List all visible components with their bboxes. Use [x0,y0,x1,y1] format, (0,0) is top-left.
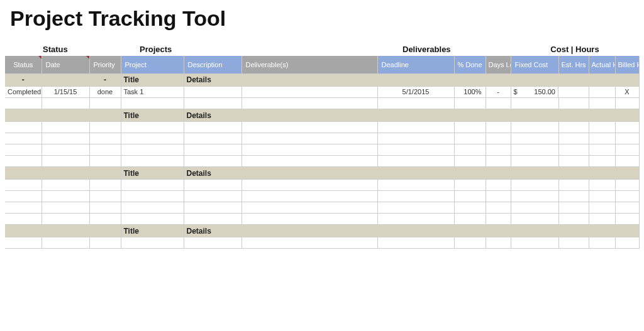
col-priority[interactable]: Priority [89,56,121,73]
section-date-blank[interactable] [42,73,89,86]
cell-empty[interactable] [5,122,42,133]
col-daysleft[interactable]: Days Left [486,56,511,73]
cell-empty[interactable] [377,156,454,167]
col-esthrs[interactable]: Est. Hrs [558,56,589,73]
cell-billedhrs[interactable]: X [615,86,639,98]
cell-empty[interactable] [454,122,486,133]
cell-empty[interactable] [558,202,589,214]
col-deadline[interactable]: Deadline [377,56,454,73]
cell-empty[interactable] [5,214,42,225]
cell-empty[interactable] [589,133,615,144]
cell-esthrs[interactable] [558,86,589,98]
cell-project[interactable]: Task 1 [121,86,184,98]
section-status-dash[interactable] [5,167,42,180]
cell-empty[interactable] [589,202,615,214]
section-details[interactable]: Details [184,73,242,86]
section-priority-dash[interactable] [89,167,121,180]
cell-status[interactable]: Completed [5,86,42,98]
cell-empty[interactable] [589,98,615,109]
cell-empty[interactable] [615,98,639,109]
cell-empty[interactable] [511,122,558,133]
col-pctdone[interactable]: % Done [454,56,486,73]
cell-empty[interactable] [486,133,511,144]
section-status-dash[interactable] [5,109,42,122]
cell-actualhrs[interactable] [589,86,615,98]
cell-empty[interactable] [42,156,89,167]
cell-empty[interactable] [89,180,121,191]
section-details[interactable]: Details [184,225,242,237]
cell-empty[interactable] [5,98,42,109]
cell-empty[interactable] [511,214,558,225]
cell-empty[interactable] [42,122,89,133]
cell-empty[interactable] [5,191,42,202]
cell-empty[interactable] [377,98,454,109]
col-date[interactable]: Date [42,56,89,73]
cell-empty[interactable] [558,214,589,225]
cell-empty[interactable] [511,180,558,191]
cell-empty[interactable] [511,191,558,202]
cell-empty[interactable] [121,202,184,214]
section-priority-dash[interactable]: - [89,73,121,86]
cell-empty[interactable] [486,156,511,167]
cell-empty[interactable] [589,144,615,156]
cell-empty[interactable] [615,133,639,144]
cell-deadline[interactable]: 5/1/2015 [377,86,454,98]
cell-deliverables[interactable] [242,86,377,98]
cell-empty[interactable] [486,122,511,133]
cell-empty[interactable] [511,237,558,249]
section-title[interactable]: Title [121,109,184,122]
cell-empty[interactable] [615,144,639,156]
cell-empty[interactable] [5,202,42,214]
cell-empty[interactable] [42,98,89,109]
cell-empty[interactable] [184,156,242,167]
cell-empty[interactable] [184,98,242,109]
cell-empty[interactable] [377,202,454,214]
cell-empty[interactable] [121,237,184,249]
cell-empty[interactable] [486,191,511,202]
cell-empty[interactable] [615,214,639,225]
cell-empty[interactable] [89,156,121,167]
cell-empty[interactable] [377,237,454,249]
cell-empty[interactable] [89,202,121,214]
cell-empty[interactable] [454,156,486,167]
cell-empty[interactable] [511,98,558,109]
cell-empty[interactable] [589,122,615,133]
cell-empty[interactable] [121,122,184,133]
cell-empty[interactable] [242,122,377,133]
cell-empty[interactable] [242,98,377,109]
cell-priority[interactable]: done [89,86,121,98]
cell-empty[interactable] [454,237,486,249]
col-billedhrs[interactable]: Billed Hrs [615,56,639,73]
cell-empty[interactable] [589,156,615,167]
cell-empty[interactable] [454,144,486,156]
cell-empty[interactable] [558,98,589,109]
col-deliverables[interactable]: Deliverable(s) [242,56,377,73]
cell-empty[interactable] [242,180,377,191]
cell-pctdone[interactable]: 100% [454,86,486,98]
cell-empty[interactable] [486,202,511,214]
cell-empty[interactable] [42,214,89,225]
cell-empty[interactable] [377,144,454,156]
cell-empty[interactable] [89,122,121,133]
cell-empty[interactable] [486,98,511,109]
cell-empty[interactable] [42,237,89,249]
cell-empty[interactable] [511,133,558,144]
cell-empty[interactable] [184,180,242,191]
cell-empty[interactable] [42,180,89,191]
section-title[interactable]: Title [121,167,184,180]
cell-empty[interactable] [377,133,454,144]
cell-empty[interactable] [121,156,184,167]
section-details[interactable]: Details [184,167,242,180]
cell-empty[interactable] [511,156,558,167]
cell-empty[interactable] [5,144,42,156]
cell-empty[interactable] [615,237,639,249]
cell-empty[interactable] [184,214,242,225]
cell-empty[interactable] [89,144,121,156]
cell-empty[interactable] [89,98,121,109]
col-fixedcost[interactable]: Fixed Cost [511,56,558,73]
cell-empty[interactable] [558,144,589,156]
cell-empty[interactable] [184,237,242,249]
cell-empty[interactable] [511,202,558,214]
cell-empty[interactable] [377,180,454,191]
col-project[interactable]: Project [121,56,184,73]
